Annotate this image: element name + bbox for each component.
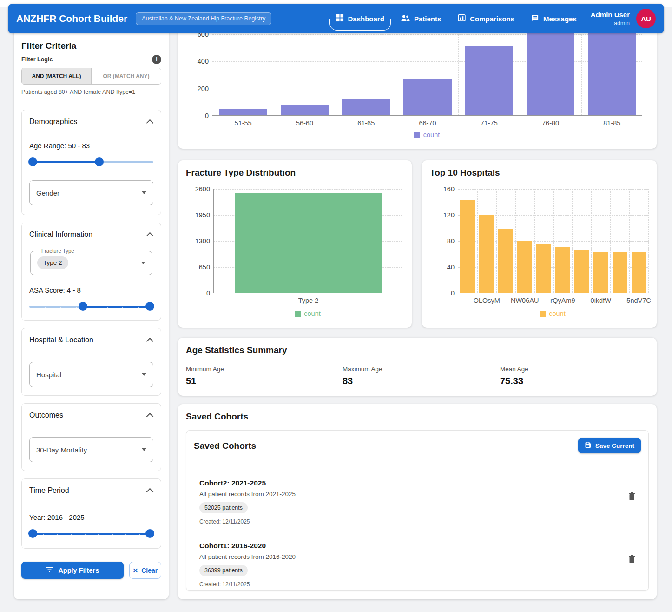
logic-and-option[interactable]: AND (MATCH ALL)	[22, 68, 91, 84]
cohort-created-date: Created: 12/11/2025	[199, 518, 618, 525]
nav-patients[interactable]: Patients	[401, 14, 441, 23]
gender-select[interactable]: Gender	[29, 180, 153, 205]
asa-max-handle[interactable]	[145, 302, 154, 311]
x-axis-tick: 76-80	[542, 119, 559, 127]
logic-or-option[interactable]: OR (MATCH ANY)	[91, 68, 161, 84]
gridline	[643, 34, 643, 115]
bar-Type 2	[235, 193, 382, 293]
gridline	[520, 34, 520, 115]
section-time-header[interactable]: Time Period	[29, 486, 153, 495]
y-axis-tick: 0	[187, 112, 209, 119]
outcome-select[interactable]: 30-Day Mortality	[29, 437, 153, 462]
caret-down-icon	[142, 448, 146, 451]
registry-badge: Australian & New Zealand Hip Fracture Re…	[136, 12, 271, 25]
trash-icon	[628, 555, 635, 564]
delete-cohort-button[interactable]	[626, 490, 637, 504]
y-axis-tick: 650	[189, 263, 210, 271]
chart-legend[interactable]: count	[212, 131, 642, 138]
avatar[interactable]: AU	[636, 9, 656, 28]
bar-series-2	[498, 229, 513, 293]
x-axis-tick: 66-70	[419, 119, 436, 127]
bar-71-75	[465, 46, 513, 115]
nav-comparisons[interactable]: Comparisons	[458, 14, 514, 23]
x-axis-tick: 5ndV7C	[626, 297, 651, 304]
x-axis-tick: rQyAm9	[550, 297, 575, 304]
fracture-chart-title: Fracture Type Distribution	[186, 168, 296, 178]
chart-legend[interactable]: count	[213, 310, 402, 317]
filter-logic-toggle: AND (MATCH ALL) OR (MATCH ANY)	[21, 68, 161, 85]
fracture-type-select[interactable]: Fracture Type Type 2	[30, 248, 152, 275]
y-axis-tick: 0	[433, 289, 455, 297]
caret-down-icon	[142, 373, 146, 376]
age-min-handle[interactable]	[28, 157, 37, 166]
bar-series-8	[613, 252, 627, 293]
asa-score-label: ASA Score: 4 - 8	[29, 286, 153, 294]
gridline	[534, 189, 535, 293]
bar-5ndV7C	[632, 252, 646, 293]
hospital-select[interactable]: Hospital	[29, 362, 153, 387]
stat-value: 83	[343, 376, 382, 387]
user-name: Admin User	[591, 11, 630, 19]
y-axis-tick: 200	[187, 85, 209, 92]
section-clinical-header[interactable]: Clinical Information	[29, 230, 153, 239]
year-max-handle[interactable]	[145, 529, 154, 538]
section-title: Time Period	[29, 486, 69, 495]
cohort-list: Cohort2: 2021-2025All patient records fr…	[194, 471, 641, 596]
gridline	[496, 189, 497, 293]
gridline	[591, 189, 592, 293]
gridline	[336, 34, 336, 115]
gridline	[572, 189, 573, 293]
trash-icon	[628, 492, 635, 501]
nav-messages-label: Messages	[543, 15, 577, 23]
clear-filters-button[interactable]: ✕ Clear	[129, 562, 161, 579]
bar-rQyAm9	[555, 247, 570, 293]
gridline	[581, 34, 582, 115]
delete-cohort-button[interactable]	[626, 553, 637, 567]
comparisons-chart-icon	[458, 14, 466, 23]
section-hospital-header[interactable]: Hospital & Location	[29, 336, 153, 344]
legend-swatch	[295, 311, 301, 317]
x-axis-tick: Type 2	[298, 297, 319, 304]
stat-minimum-age: Minimum Age 51	[186, 366, 224, 387]
gridline	[515, 189, 516, 293]
chevron-up-icon	[146, 337, 154, 345]
age-statistics-title: Age Statistics Summary	[186, 345, 287, 355]
section-outcomes-header[interactable]: Outcomes	[29, 411, 153, 419]
fracture-type-chip: Type 2	[37, 256, 68, 269]
bar-OLOsyM	[479, 215, 494, 293]
section-demographics-header[interactable]: Demographics	[29, 118, 153, 126]
asa-score-slider	[29, 302, 153, 311]
filter-logic-label: Filter Logic	[21, 56, 53, 63]
apply-filters-label: Apply Filters	[58, 567, 99, 574]
gridline	[397, 34, 397, 115]
chart-legend[interactable]: count	[458, 310, 647, 317]
save-current-label: Save Current	[595, 442, 634, 449]
dashboard-grid-icon	[336, 14, 344, 23]
fracture-type-legend: Fracture Type	[39, 248, 77, 254]
save-current-button[interactable]: Save Current	[578, 438, 641, 453]
nav-dashboard-label: Dashboard	[348, 15, 384, 23]
section-time-period: Time Period Year: 2016 - 2025	[21, 478, 161, 549]
info-icon[interactable]: i	[152, 55, 161, 64]
age-max-handle[interactable]	[95, 157, 104, 166]
nav-messages[interactable]: Messages	[531, 14, 577, 23]
gridline	[403, 189, 403, 293]
asa-min-handle[interactable]	[79, 302, 87, 311]
x-axis-tick: 56-60	[296, 119, 313, 127]
fracture-type-card: Fracture Type Distribution 0650130019502…	[178, 160, 412, 328]
section-title: Hospital & Location	[29, 336, 93, 344]
x-axis-tick: NW06AU	[511, 297, 539, 304]
legend-swatch	[414, 132, 420, 138]
stat-label: Mean Age	[500, 366, 528, 373]
cohort-description: All patient records from 2016-2020	[199, 553, 618, 560]
y-axis-tick: 80	[433, 237, 455, 245]
nav-dashboard[interactable]: Dashboard	[336, 14, 384, 23]
year-min-handle[interactable]	[28, 529, 37, 538]
apply-filters-button[interactable]: Apply Filters	[21, 562, 124, 579]
stat-mean-age: Mean Age 75.33	[500, 366, 528, 387]
clear-label: Clear	[141, 567, 158, 574]
filter-icon	[46, 566, 53, 575]
y-axis-tick: 1300	[189, 237, 210, 245]
section-hospital-location: Hospital & Location Hospital	[21, 328, 161, 396]
section-title: Demographics	[29, 118, 77, 126]
